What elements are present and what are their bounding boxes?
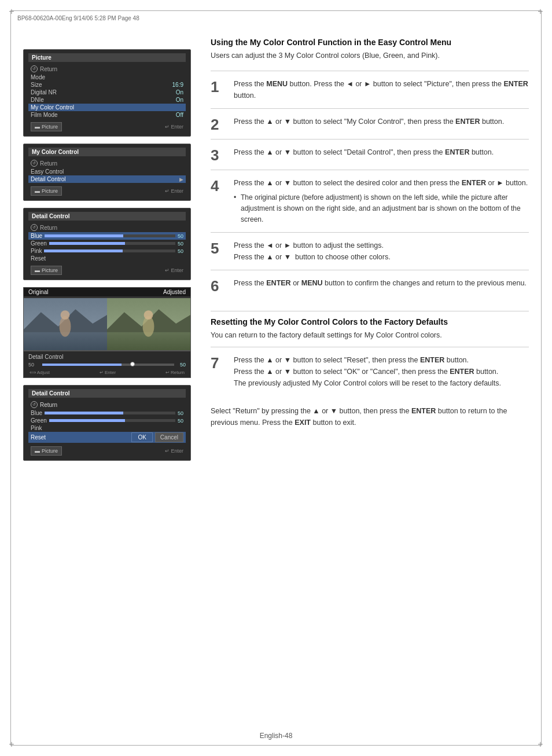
preview-labels: Original Adjusted: [24, 288, 190, 296]
step-4: 4 Press the ▲ or ▼ button to select the …: [211, 170, 529, 233]
blue-row-5: Blue 50: [28, 409, 186, 417]
dc-min: 50: [28, 362, 40, 368]
reset-row: Reset: [28, 255, 186, 262]
dc-track: [42, 364, 174, 366]
pink-bar: [44, 249, 175, 252]
return-label-2: Return: [40, 160, 57, 167]
screen2-footer: ▬Picture ↵ Enter: [28, 185, 186, 197]
corner-cross-br: +: [535, 739, 546, 750]
step-1: 1 Press the MENU button. Press the ◄ or …: [211, 71, 529, 108]
step7-num: 7: [211, 354, 228, 389]
step6-num: 6: [211, 277, 228, 293]
section2-title: Resetting the My Color Control Colors to…: [211, 317, 529, 326]
blue-bar: [45, 234, 175, 237]
svg-point-9: [144, 310, 153, 320]
screen1-footer-text: ↵ Enter: [165, 124, 183, 130]
dc-val: 50: [176, 362, 186, 368]
adjusted-label: Adjusted: [163, 289, 186, 295]
mode-row: Mode: [28, 74, 186, 81]
screen2-title: My Color Control: [28, 148, 186, 156]
dc-adjust: ⟺ Adjust: [30, 370, 50, 375]
return-icon-1: ↺: [31, 65, 38, 72]
reset-row-5: Reset OK Cancel: [28, 432, 186, 443]
filmmode-row: Film ModeOff: [28, 111, 186, 119]
preview-left: [24, 298, 107, 350]
dc-title: Detail Control: [28, 354, 186, 360]
section1-intro: Users can adjust the 3 My Color Control …: [211, 50, 529, 61]
step-7: 7 Press the ▲ or ▼ button to select "Res…: [211, 347, 529, 396]
screen3-footer-icon: ▬Picture: [31, 266, 62, 275]
ok-cancel-popup: OK Cancel: [131, 432, 183, 442]
step2-content: Press the ▲ or ▼ button to select "My Co…: [234, 116, 529, 132]
return-icon-2: ↺: [31, 160, 38, 167]
screen5-footer-text: ↵ Enter: [165, 448, 183, 454]
detailcontrol-reset-screen: Detail Control ↺ Return Blue 50 Green 50: [23, 385, 191, 461]
pink-row-5: Pink: [28, 424, 186, 432]
page-border-top: [10, 10, 542, 11]
ok-button[interactable]: OK: [131, 432, 152, 442]
original-label: Original: [28, 289, 48, 295]
return-row-2: ↺ Return: [28, 159, 186, 168]
preview-container: Original Adjusted: [23, 287, 197, 378]
screen2-footer-text: ↵ Enter: [165, 188, 183, 194]
picture-menu-screen: Picture ↺ Return Mode Size16:9 Digital N…: [23, 49, 191, 137]
screen2-footer-icon: ▬Picture: [31, 186, 62, 196]
blue-row: Blue 50: [28, 232, 186, 240]
file-info: BP68-00620A-00Eng 9/14/06 5:28 PM Page 4…: [17, 15, 139, 21]
section-divider: [211, 311, 529, 311]
green-bar-5: [49, 419, 175, 422]
corner-cross-tr: +: [535, 6, 546, 17]
screen1-footer: ▬Picture ↵ Enter: [28, 121, 186, 133]
dc-footer: ⟺ Adjust ↵ Enter ↩ Return: [28, 370, 186, 375]
screen5-footer: ▬Picture ↵ Enter: [28, 445, 186, 457]
mycolorcontrol-screen: My Color Control ↺ Return Easy Control D…: [23, 144, 191, 201]
step1-content: Press the MENU button. Press the ◄ or ► …: [234, 78, 529, 101]
preview-right: [107, 298, 190, 350]
corner-cross-bl: +: [6, 739, 17, 750]
note-block: Select "Return" by pressing the ▲ or ▼ b…: [211, 401, 529, 428]
step2-num: 2: [211, 116, 228, 132]
cancel-button[interactable]: Cancel: [155, 432, 183, 442]
easycontrol-row: Easy Control: [28, 168, 186, 175]
step7-content: Press the ▲ or ▼ button to select "Reset…: [234, 354, 529, 389]
preview-image-area: [24, 298, 190, 350]
step6-content: Press the ENTER or MENU button to confir…: [234, 277, 529, 293]
detailcontrol-screen: Detail Control ↺ Return Blue 50 Green 50: [23, 208, 191, 280]
return-label-5: Return: [40, 402, 57, 408]
step3-num: 3: [211, 146, 228, 163]
dc-enter: ↵ Enter: [100, 370, 116, 375]
step4-num: 4: [211, 177, 228, 226]
return-label-1: Return: [40, 66, 57, 72]
step4-content: Press the ▲ or ▼ button to select the de…: [234, 177, 529, 226]
return-icon-3: ↺: [31, 224, 38, 231]
screen5-title: Detail Control: [28, 389, 186, 398]
detail-control-bottom: Detail Control 50 50 ⟺ Adjust ↵ Enter ↩ …: [23, 351, 191, 378]
page-border-left: [10, 10, 11, 746]
section1-title: Using the My Color Control Function in t…: [211, 38, 529, 47]
step-2: 2 Press the ▲ or ▼ button to select "My …: [211, 108, 529, 139]
step5-content: Press the ◄ or ► button to adjust the se…: [234, 240, 529, 263]
green-row-5: Green 50: [28, 417, 186, 424]
screen5-footer-icon: ▬Picture: [31, 446, 62, 456]
page-border-bottom: [10, 745, 542, 746]
return-icon-5: ↺: [31, 401, 38, 408]
blue-bar-5: [45, 412, 175, 414]
size-row: Size16:9: [28, 81, 186, 89]
dc-slider: 50 50: [28, 361, 186, 368]
doc-header: BP68-00620A-00Eng 9/14/06 5:28 PM Page 4…: [17, 15, 535, 21]
pink-row: Pink 50: [28, 247, 186, 255]
svg-point-4: [61, 310, 70, 320]
dc-return: ↩ Return: [165, 370, 185, 375]
step1-num: 1: [211, 78, 228, 101]
return-row-1: ↺ Return: [28, 64, 186, 74]
section2-intro: You can return to the factory default se…: [211, 330, 529, 341]
page-border-right: [541, 10, 542, 746]
step5-num: 5: [211, 240, 228, 263]
screen1-title: Picture: [28, 53, 186, 62]
screen3-footer: ▬Picture ↵ Enter: [28, 265, 186, 276]
mycolorcontrol-row: My Color Control: [28, 104, 186, 111]
screen1-footer-icon: ▬Picture: [31, 122, 62, 131]
return-row-3: ↺ Return: [28, 223, 186, 232]
step-5: 5 Press the ◄ or ► button to adjust the …: [211, 232, 529, 270]
main-content: Picture ↺ Return Mode Size16:9 Digital N…: [23, 32, 529, 733]
